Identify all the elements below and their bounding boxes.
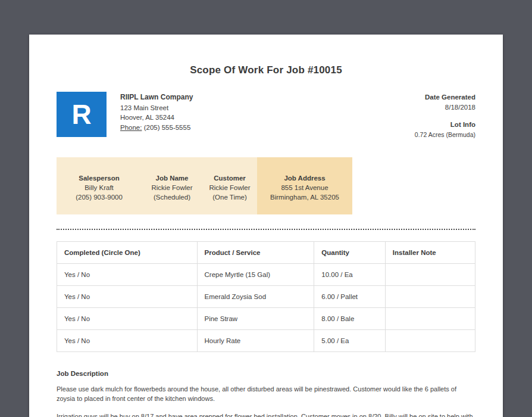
summary-customer-line2: (One Time) bbox=[202, 192, 257, 202]
summary-job-address-line1: 855 1st Avenue bbox=[257, 183, 352, 192]
header-quantity: Quantity bbox=[314, 242, 386, 264]
company-address-line2: Hoover, AL 35244 bbox=[120, 113, 193, 123]
cell-quantity: 10.00 / Ea bbox=[314, 264, 386, 286]
job-summary-band: Salesperson Billy Kraft (205) 903-9000 J… bbox=[57, 157, 475, 214]
cell-completed: Yes / No bbox=[57, 264, 198, 286]
cell-installer-note bbox=[385, 308, 475, 330]
cell-completed: Yes / No bbox=[57, 308, 198, 330]
cell-quantity: 6.00 / Pallet bbox=[314, 286, 386, 308]
table-row: Yes / No Hourly Rate 5.00 / Ea bbox=[57, 330, 475, 352]
meta-spacer bbox=[415, 112, 475, 120]
company-name: RIIPL Lawn Company bbox=[120, 92, 193, 102]
summary-job-name-line1: Rickie Fowler bbox=[142, 183, 202, 192]
summary-customer-line1: Rickie Fowler bbox=[202, 183, 257, 192]
summary-job-name: Job Name Rickie Fowler (Scheduled) bbox=[142, 157, 202, 214]
cell-quantity: 5.00 / Ea bbox=[314, 330, 386, 352]
job-description-paragraph-2: Irrigation guys will be buy on 8/17 and … bbox=[57, 412, 475, 417]
cell-installer-note bbox=[385, 330, 475, 352]
company-phone-number: (205) 555-5555 bbox=[144, 124, 191, 131]
cell-installer-note bbox=[385, 286, 475, 308]
company-info: RIIPL Lawn Company 123 Main Street Hoove… bbox=[120, 92, 193, 139]
document-header: R RIIPL Lawn Company 123 Main Street Hoo… bbox=[57, 92, 475, 139]
cell-completed: Yes / No bbox=[57, 286, 198, 308]
lot-info-value: 0.72 Acres (Bermuda) bbox=[415, 130, 475, 140]
header-product-service: Product / Service bbox=[197, 242, 314, 264]
company-block: R RIIPL Lawn Company 123 Main Street Hoo… bbox=[57, 92, 193, 139]
summary-job-name-line2: (Scheduled) bbox=[142, 192, 202, 202]
company-phone-line: Phone: (205) 555-5555 bbox=[120, 123, 193, 133]
table-row: Yes / No Emerald Zoysia Sod 6.00 / Palle… bbox=[57, 286, 475, 308]
table-row: Yes / No Crepe Myrtle (15 Gal) 10.00 / E… bbox=[57, 264, 475, 286]
summary-salesperson-line1: Billy Kraft bbox=[57, 183, 142, 192]
job-description-paragraph-1: Please use dark mulch for flowerbeds aro… bbox=[57, 385, 475, 403]
meta-block: Date Generated 8/18/2018 Lot Info 0.72 A… bbox=[415, 92, 475, 139]
document-page: Scope Of Work For Job #10015 R RIIPL Law… bbox=[29, 35, 503, 417]
header-installer-note: Installer Note bbox=[385, 242, 475, 264]
table-row: Yes / No Pine Straw 8.00 / Bale bbox=[57, 308, 475, 330]
page-title: Scope Of Work For Job #10015 bbox=[57, 64, 475, 76]
company-phone-label: Phone: bbox=[120, 124, 142, 131]
summary-customer: Customer Rickie Fowler (One Time) bbox=[202, 157, 257, 214]
cell-product: Emerald Zoysia Sod bbox=[197, 286, 314, 308]
work-items-table: Completed (Circle One) Product / Service… bbox=[57, 241, 475, 352]
summary-job-address-label: Job Address bbox=[257, 173, 352, 183]
company-address-line1: 123 Main Street bbox=[120, 103, 193, 113]
summary-salesperson: Salesperson Billy Kraft (205) 903-9000 bbox=[57, 157, 142, 214]
cell-completed: Yes / No bbox=[57, 330, 198, 352]
cell-product: Hourly Rate bbox=[197, 330, 314, 352]
company-logo-letter: R bbox=[71, 98, 91, 130]
summary-job-address-line2: Birmingham, AL 35205 bbox=[257, 192, 352, 202]
date-generated-value: 8/18/2018 bbox=[415, 102, 475, 113]
summary-job-address: Job Address 855 1st Avenue Birmingham, A… bbox=[257, 157, 352, 214]
cell-product: Crepe Myrtle (15 Gal) bbox=[197, 264, 314, 286]
dotted-divider bbox=[57, 229, 475, 230]
summary-salesperson-label: Salesperson bbox=[57, 173, 142, 183]
summary-job-name-label: Job Name bbox=[142, 173, 202, 183]
table-header-row: Completed (Circle One) Product / Service… bbox=[57, 242, 475, 264]
lot-info-label: Lot Info bbox=[415, 120, 475, 130]
header-completed: Completed (Circle One) bbox=[57, 242, 198, 264]
date-generated-label: Date Generated bbox=[415, 92, 475, 102]
summary-customer-label: Customer bbox=[202, 173, 257, 183]
summary-salesperson-line2: (205) 903-9000 bbox=[57, 192, 142, 202]
cell-installer-note bbox=[385, 264, 475, 286]
cell-product: Pine Straw bbox=[197, 308, 314, 330]
company-logo: R bbox=[57, 92, 107, 137]
job-description-heading: Job Description bbox=[57, 370, 475, 377]
cell-quantity: 8.00 / Bale bbox=[314, 308, 386, 330]
